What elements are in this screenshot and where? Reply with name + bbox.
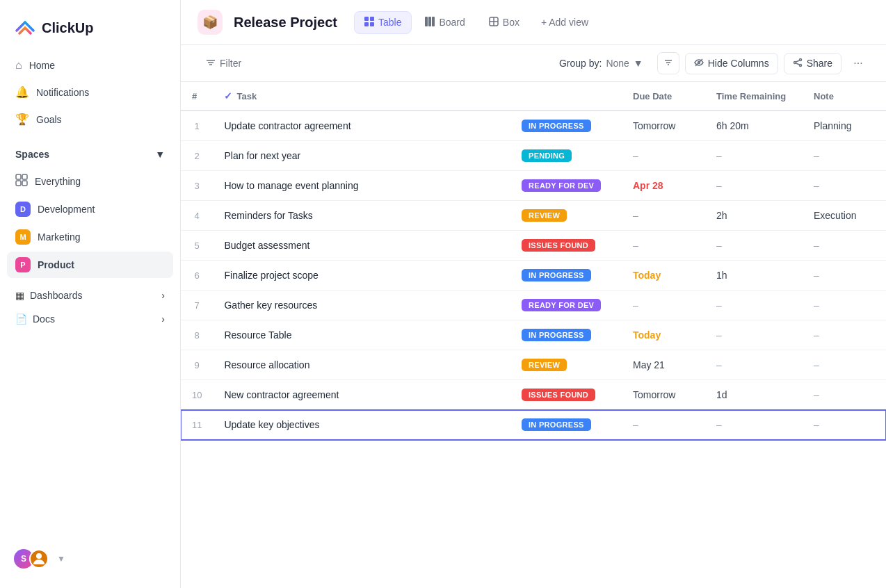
table-row[interactable]: 2 Plan for next year PENDING – – – — [181, 141, 886, 171]
row-num: 3 — [181, 171, 213, 201]
sort-icon — [663, 58, 673, 70]
goals-icon: 🏆 — [15, 113, 29, 126]
task-name[interactable]: Plan for next year — [213, 141, 510, 171]
task-time: – — [705, 231, 803, 261]
sidebar-item-dashboards[interactable]: ▦ Dashboards › — [7, 284, 173, 307]
hide-columns-button[interactable]: Hide Columns — [685, 53, 778, 74]
task-due: – — [622, 410, 705, 440]
svg-line-26 — [796, 60, 799, 62]
col-task: ✓ Task — [213, 82, 510, 111]
add-view-button[interactable]: + Add view — [533, 11, 597, 34]
sidebar-item-docs[interactable]: 📄 Docs › — [7, 307, 173, 331]
sidebar-item-home[interactable]: ⌂ Home — [7, 53, 173, 78]
task-name[interactable]: Update contractor agreement — [213, 111, 510, 141]
status-badge: ISSUES FOUND — [522, 389, 595, 401]
due-date: May 21 — [633, 359, 665, 370]
task-status[interactable]: REVIEW — [510, 201, 622, 231]
user-dropdown-arrow[interactable]: ▼ — [57, 554, 65, 564]
table-view-icon — [364, 17, 374, 28]
sidebar-item-product[interactable]: P Product — [7, 252, 173, 278]
sidebar-item-marketing[interactable]: M Marketing — [7, 224, 173, 250]
table-row[interactable]: 5 Budget assessment ISSUES FOUND – – – — [181, 231, 886, 261]
more-options-button[interactable]: ··· — [847, 52, 869, 74]
svg-rect-8 — [370, 22, 374, 26]
col-time: Time Remaining — [705, 82, 803, 111]
table-row[interactable]: 7 Gather key resources READY FOR DEV – –… — [181, 291, 886, 320]
task-time: 1h — [705, 261, 803, 291]
task-name[interactable]: Gather key resources — [213, 291, 510, 320]
due-date: – — [633, 150, 638, 161]
tab-board[interactable]: Board — [414, 11, 475, 34]
sidebar-item-development[interactable]: D Development — [7, 196, 173, 222]
table-row[interactable]: 11 Update key objectives IN PROGRESS – –… — [181, 410, 886, 440]
sidebar-item-goals[interactable]: 🏆 Goals — [7, 106, 173, 132]
home-icon: ⌂ — [15, 59, 22, 72]
task-name[interactable]: Reminders for Tasks — [213, 201, 510, 231]
task-name[interactable]: Resource Table — [213, 320, 510, 350]
task-status[interactable]: PENDING — [510, 141, 622, 171]
share-button[interactable]: Share — [784, 53, 841, 74]
svg-rect-7 — [364, 22, 369, 26]
sidebar-item-everything[interactable]: Everything — [7, 168, 173, 195]
task-status[interactable]: ISSUES FOUND — [510, 231, 622, 261]
task-rows: 1 Update contractor agreement IN PROGRES… — [181, 111, 886, 440]
product-badge: P — [15, 257, 31, 272]
time-remaining: – — [716, 300, 722, 311]
sort-button[interactable] — [657, 52, 679, 74]
chevron-down-icon: ▼ — [634, 58, 643, 69]
task-name[interactable]: How to manage event planning — [213, 171, 510, 201]
svg-line-27 — [796, 63, 799, 65]
main-content: 📦 Release Project Table — [181, 0, 886, 588]
note-value: – — [814, 240, 819, 251]
task-status[interactable]: READY FOR DEV — [510, 291, 622, 320]
task-name[interactable]: Budget assessment — [213, 231, 510, 261]
table-row[interactable]: 1 Update contractor agreement IN PROGRES… — [181, 111, 886, 141]
task-name[interactable]: Resource allocation — [213, 350, 510, 380]
time-remaining: 6h 20m — [716, 120, 749, 131]
tab-board-label: Board — [439, 17, 465, 28]
col-num: # — [181, 82, 213, 111]
task-status[interactable]: IN PROGRESS — [510, 261, 622, 291]
task-name[interactable]: Finalize project scope — [213, 261, 510, 291]
task-name[interactable]: New contractor agreement — [213, 380, 510, 410]
project-icon: 📦 — [198, 10, 223, 35]
task-status[interactable]: ISSUES FOUND — [510, 380, 622, 410]
logo[interactable]: ClickUp — [0, 11, 180, 53]
time-remaining: – — [716, 329, 722, 341]
task-status[interactable]: READY FOR DEV — [510, 171, 622, 201]
task-note: – — [803, 141, 886, 171]
table-row[interactable]: 9 Resource allocation REVIEW May 21 – – — [181, 350, 886, 380]
task-time: – — [705, 350, 803, 380]
task-status[interactable]: REVIEW — [510, 350, 622, 380]
everything-label: Everything — [35, 176, 81, 187]
tab-table[interactable]: Table — [354, 11, 412, 34]
row-num: 11 — [181, 410, 213, 440]
table-row[interactable]: 6 Finalize project scope IN PROGRESS Tod… — [181, 261, 886, 291]
task-status[interactable]: IN PROGRESS — [510, 111, 622, 141]
task-time: – — [705, 171, 803, 201]
sidebar-item-notifications[interactable]: 🔔 Notifications — [7, 79, 173, 105]
table-row[interactable]: 4 Reminders for Tasks REVIEW – 2h Execut… — [181, 201, 886, 231]
task-name[interactable]: Update key objectives — [213, 410, 510, 440]
table-row[interactable]: 10 New contractor agreement ISSUES FOUND… — [181, 380, 886, 410]
table-row[interactable]: 3 How to manage event planning READY FOR… — [181, 171, 886, 201]
status-badge: PENDING — [522, 149, 572, 162]
task-status[interactable]: IN PROGRESS — [510, 320, 622, 350]
docs-icon: 📄 — [15, 313, 27, 325]
task-note: Planning — [803, 111, 886, 141]
task-due: Apr 28 — [622, 171, 705, 201]
task-status[interactable]: IN PROGRESS — [510, 410, 622, 440]
col-due: Due Date — [622, 82, 705, 111]
filter-button[interactable]: Filter — [198, 54, 250, 74]
table-row[interactable]: 8 Resource Table IN PROGRESS Today – – — [181, 320, 886, 350]
note-value: – — [814, 180, 819, 191]
groupby-button[interactable]: Group by: None ▼ — [551, 54, 652, 73]
spaces-label: Spaces — [15, 149, 49, 160]
chevron-right-icon: › — [161, 290, 165, 301]
svg-point-4 — [36, 553, 42, 559]
spaces-header[interactable]: Spaces ▼ — [7, 143, 173, 165]
svg-point-24 — [794, 61, 796, 63]
tab-box[interactable]: Box — [478, 11, 530, 34]
task-due: Tomorrow — [622, 380, 705, 410]
docs-label: Docs — [33, 313, 55, 325]
